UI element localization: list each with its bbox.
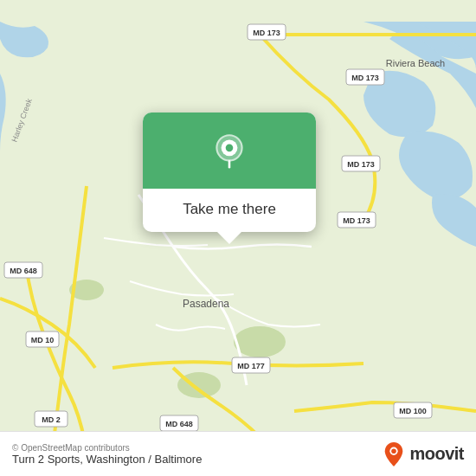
svg-text:MD 100: MD 100 (399, 407, 427, 415)
location-pin-icon (209, 132, 250, 173)
popup-tail (217, 232, 241, 244)
svg-point-32 (392, 448, 397, 453)
svg-text:MD 648: MD 648 (10, 267, 37, 275)
svg-text:MD 648: MD 648 (165, 420, 193, 428)
take-me-there-button[interactable]: Take me there (183, 201, 276, 217)
svg-text:MD 173: MD 173 (343, 216, 370, 225)
location-label: Turn 2 Sports, Washington / Baltimore (12, 453, 202, 466)
moovit-logo: moovit (383, 442, 464, 466)
bottom-bar-left: © OpenStreetMap contributors Turn 2 Spor… (12, 443, 202, 466)
svg-text:MD 2: MD 2 (42, 415, 61, 424)
svg-text:MD 177: MD 177 (237, 362, 265, 370)
svg-text:Riviera Beach: Riviera Beach (386, 58, 445, 68)
map-popup: Take me there (143, 113, 316, 232)
svg-text:MD 10: MD 10 (31, 336, 55, 344)
svg-point-29 (226, 145, 234, 152)
popup-text-area[interactable]: Take me there (143, 189, 316, 232)
bottom-bar: © OpenStreetMap contributors Turn 2 Spor… (0, 431, 476, 476)
svg-text:MD 173: MD 173 (347, 160, 375, 169)
attribution-text: © OpenStreetMap contributors (12, 443, 202, 453)
svg-text:MD 173: MD 173 (253, 29, 280, 37)
svg-text:MD 173: MD 173 (351, 74, 379, 82)
svg-text:Pasadena: Pasadena (183, 298, 229, 310)
popup-green-header (143, 113, 316, 189)
moovit-brand-text: moovit (409, 444, 464, 464)
svg-point-0 (234, 326, 286, 357)
moovit-pin-icon (383, 442, 404, 466)
map-container: MD 173 MD 173 MD 173 MD 173 MD 648 MD 10… (0, 0, 476, 476)
svg-text:Harley Creek: Harley Creek (10, 97, 35, 143)
